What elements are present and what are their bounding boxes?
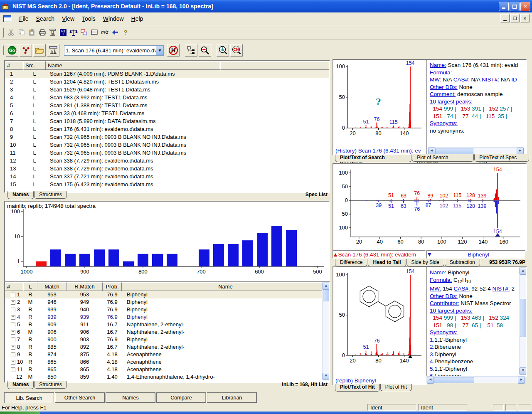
start-button-sliver[interactable] — [0, 412, 40, 414]
menu-help[interactable]: Help — [128, 14, 147, 23]
hit-list-row[interactable]: +3R93994076.9Biphenyl — [5, 306, 329, 313]
hit-list-tab[interactable]: Names — [7, 381, 34, 389]
mdi-restore-button[interactable]: ❐ — [510, 14, 520, 22]
molecule-button[interactable] — [20, 44, 32, 57]
spec-list-row[interactable]: 7LScan 1018 (5.890 min): DATA.D\datasim.… — [5, 117, 329, 125]
hit-list-row[interactable]: +6M90690616.7Naphthalene, 2-ethenyl- — [5, 328, 329, 336]
menu-view[interactable]: View — [58, 14, 78, 23]
compare-tab[interactable]: Side by Side — [406, 259, 444, 266]
scroll-right-icon[interactable]: ▶ — [517, 148, 524, 155]
copy-button[interactable] — [16, 27, 27, 37]
close-button[interactable]: ✕ — [520, 2, 530, 11]
scroll-up-icon[interactable]: ▲ — [520, 268, 527, 275]
spec-list-row[interactable]: 10LScan 732 (4.965 min): 0903 B BLANK NO… — [5, 141, 329, 149]
tile-windows-button[interactable] — [89, 27, 99, 37]
spec-column-header[interactable]: Src. — [23, 61, 46, 70]
hit-column-header[interactable]: R.Match — [66, 282, 103, 291]
menu-tools[interactable]: Tools — [78, 14, 99, 23]
expand-icon[interactable]: + — [11, 352, 15, 357]
scrollbar-thumb[interactable] — [435, 148, 473, 154]
mdi-child-icon[interactable] — [3, 15, 11, 22]
chevron-down-icon[interactable]: ▼ — [156, 46, 163, 55]
structures-button[interactable] — [79, 27, 89, 37]
spec-list-row[interactable]: 11LScan 732 (4.965 min): 0903 B BLANK NO… — [5, 149, 329, 157]
hit-column-header[interactable]: Prob. — [103, 282, 122, 291]
hit-list-scrollbar[interactable]: ▲ ▼ — [322, 282, 329, 380]
spectrum-search-button[interactable] — [217, 44, 229, 57]
substructure-search-button[interactable]: CH — [230, 44, 243, 57]
search-spectrum-tab[interactable]: Plot of Search Spectrum — [412, 154, 474, 162]
structure-search-button[interactable] — [199, 44, 211, 57]
hit-list-row[interactable]: +11R8658654.18Acenaphthene — [5, 366, 329, 373]
scroll-down-icon[interactable]: ▼ — [520, 367, 527, 375]
hit-list-row[interactable]: 12M8508591.401,4-Ethenonaphthalene, 1,4-… — [5, 373, 329, 381]
spec-list-row[interactable]: 15LScan 175 (6.423 min): evaldemo.d\data… — [5, 180, 329, 188]
hit-column-header[interactable]: Name — [122, 282, 329, 291]
spec-list-row[interactable]: 5LScan 281 (1.388 min): TEST1.D\data.ms — [5, 101, 329, 109]
paste-button[interactable] — [27, 27, 37, 37]
search-spectrum-tab[interactable]: Plot/Text of Spec List — [474, 154, 529, 162]
expand-icon[interactable]: + — [11, 308, 15, 312]
spectrum-import-button[interactable] — [47, 44, 59, 57]
hit-info-vscrollbar[interactable]: ▲ ▼ — [519, 267, 526, 375]
expand-icon[interactable]: + — [11, 338, 15, 342]
search-spectrum-tab[interactable]: Plot/Text of Search Spectrum — [335, 154, 411, 162]
scroll-right-icon[interactable]: ▶ — [518, 377, 525, 384]
hit-view-tab[interactable]: Plot of Hit — [380, 384, 412, 391]
hit-list-row[interactable]: +8R88589216.7Naphthalene, 2-ethenyl- — [5, 343, 329, 351]
scrollbar-thumb[interactable] — [323, 290, 329, 301]
bottom-tab-lib-search[interactable]: Lib. Search — [4, 392, 54, 404]
compare-tab[interactable]: Subtraction — [445, 259, 480, 266]
hit-info-hscrollbar[interactable]: ◀ ▶ — [426, 376, 525, 383]
expand-icon[interactable]: + — [11, 345, 15, 350]
spec-list-row[interactable]: 14LScan 337 (7.721 min): evaldemo.d\data… — [5, 172, 329, 180]
spec-list-row[interactable]: 12LScan 338 (7.729 min): evaldemo.d\data… — [5, 157, 329, 165]
mdi-close-button[interactable]: ✕ — [520, 14, 530, 22]
mz-labels-button[interactable]: m/z — [99, 27, 110, 37]
bottom-tab-names[interactable]: Names — [106, 392, 155, 403]
search-info-hscrollbar[interactable]: ◀ ▶ — [428, 147, 524, 154]
hit-list-row[interactable]: +7R90090376.9Biphenyl — [5, 336, 329, 343]
hit-column-header[interactable]: L — [23, 282, 37, 291]
expand-icon[interactable]: + — [11, 323, 15, 327]
compare-tab[interactable]: Head to Tail — [368, 259, 406, 267]
hit-list-row[interactable]: +9R8748754.18Acenaphthene — [5, 351, 329, 358]
expand-icon[interactable]: + — [11, 300, 15, 305]
minimize-button[interactable] — [499, 2, 509, 11]
scroll-down-icon[interactable]: ▼ — [323, 373, 330, 380]
spec-list-row[interactable]: 13LScan 338 (7.729 min): evaldemo.d\data… — [5, 165, 329, 172]
spec-list-tab[interactable]: Structures — [34, 191, 67, 199]
scroll-left-icon[interactable]: ◀ — [427, 377, 434, 384]
menu-window[interactable]: Window — [99, 14, 128, 23]
print-button[interactable] — [37, 27, 47, 37]
expand-icon[interactable]: + — [11, 315, 15, 320]
toolbar-grip[interactable] — [2, 45, 4, 55]
ms-interpreter-button[interactable]: MSI — [58, 27, 68, 37]
menu-file[interactable]: File — [15, 14, 32, 23]
hit-list-row[interactable]: +4R93993976.9Biphenyl — [5, 313, 329, 321]
spec-list-row[interactable]: 2LScan 1204 (4.820 min): TEST1.D\datasim… — [5, 78, 329, 86]
scrollbar-thumb[interactable] — [520, 299, 526, 337]
spec-list-button[interactable] — [47, 27, 58, 37]
scroll-up-icon[interactable]: ▲ — [323, 283, 330, 290]
help-button[interactable]: ? — [120, 27, 131, 37]
bottom-tab-librarian[interactable]: Librarian — [207, 392, 257, 403]
bottom-tab-compare[interactable]: Compare — [156, 392, 206, 403]
open-folder-button[interactable] — [33, 44, 46, 57]
restore-button[interactable] — [510, 2, 520, 11]
hit-list-row[interactable]: +2M94694976.9Biphenyl — [5, 298, 329, 306]
spec-list-row[interactable]: 1LScan 1267 (4.009 min): PDMS BLANK -1.D… — [5, 70, 329, 78]
expand-icon[interactable]: + — [11, 367, 15, 372]
hit-column-header[interactable]: # — [5, 282, 23, 291]
back-arrow-button[interactable] — [110, 27, 120, 37]
spec-list-row[interactable]: 3LScan 1529 (6.048 min): TEST1.D\data.ms — [5, 86, 329, 94]
spec-list-row[interactable]: 4LScan 983 (3.992 min): TEST1.D\data.ms — [5, 94, 329, 101]
id-tree-button[interactable] — [185, 44, 197, 57]
go-button[interactable]: Go — [6, 44, 18, 57]
no-hydrogen-button[interactable]: H — [167, 44, 180, 57]
mdi-minimize-button[interactable]: ▁ — [500, 14, 510, 22]
hit-view-tab[interactable]: Plot/Text of Hit — [335, 384, 380, 392]
taskbar-sliver[interactable] — [0, 412, 532, 414]
hit-list-row[interactable]: +5R90991116.7Naphthalene, 2-ethenyl- — [5, 321, 329, 328]
spec-column-header[interactable]: Name — [46, 61, 220, 70]
